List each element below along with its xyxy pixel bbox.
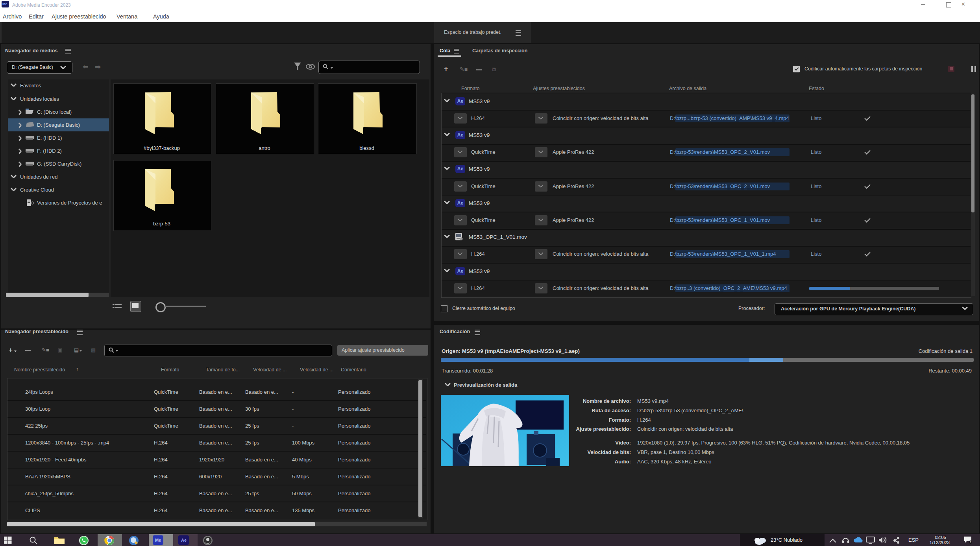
svg-text:2: 2: [970, 540, 972, 544]
